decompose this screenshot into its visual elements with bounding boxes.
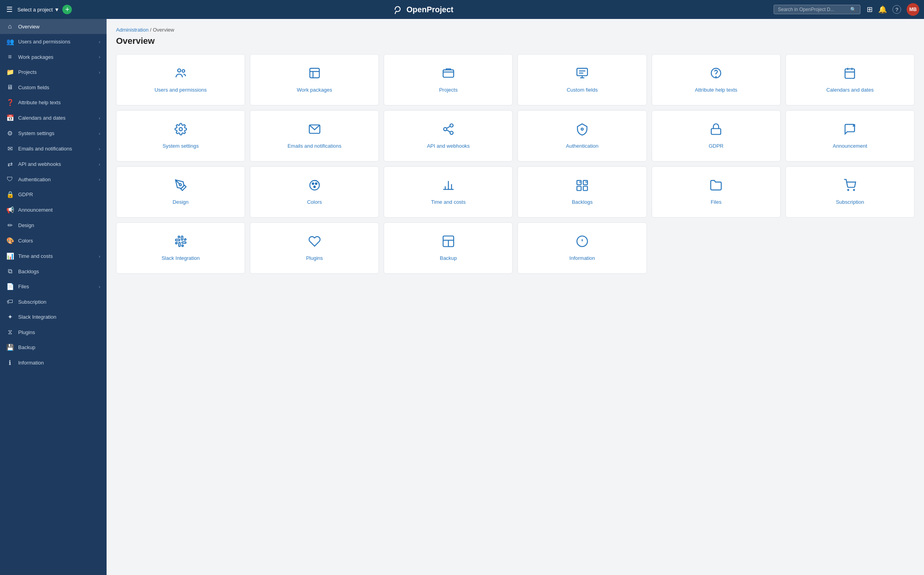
card-files[interactable]: Files xyxy=(652,166,781,218)
bell-icon[interactable]: 🔔 xyxy=(878,5,887,14)
sidebar-item-information[interactable]: ℹ Information xyxy=(0,355,107,370)
sidebar-item-plugins[interactable]: ⧖ Plugins xyxy=(0,325,107,340)
sidebar-item-attribute-help[interactable]: ❓ Attribute help texts xyxy=(0,95,107,110)
sidebar-item-calendars[interactable]: 📅 Calendars and dates › xyxy=(0,110,107,126)
card-label: Information xyxy=(570,255,595,261)
search-bar[interactable]: 🔍 xyxy=(774,5,860,14)
card-system-settings[interactable]: System settings xyxy=(116,110,245,162)
card-gdpr[interactable]: GDPR xyxy=(652,110,781,162)
card-slack-integration[interactable]: Slack Integration xyxy=(116,222,245,274)
arrow-icon: › xyxy=(99,116,100,120)
card-label: System settings xyxy=(163,143,199,149)
sidebar-item-files[interactable]: 📄 Files › xyxy=(0,279,107,294)
card-label: Backup xyxy=(440,255,457,261)
card-label: Colors xyxy=(307,199,322,205)
card-information[interactable]: Information xyxy=(517,222,647,274)
slack-icon: ✦ xyxy=(6,313,13,321)
calendars-icon xyxy=(843,67,856,82)
svg-rect-39 xyxy=(577,186,581,191)
svg-point-18 xyxy=(179,128,182,131)
add-project-button[interactable]: + xyxy=(62,5,72,14)
sidebar-item-subscription[interactable]: 🏷 Subscription xyxy=(0,294,107,309)
card-label: Authentication xyxy=(566,143,598,149)
gdpr-icon xyxy=(710,123,722,138)
breadcrumb-admin[interactable]: Administration xyxy=(116,27,148,33)
card-plugins[interactable]: Plugins xyxy=(250,222,379,274)
card-backlogs[interactable]: Backlogs xyxy=(517,166,647,218)
main-content: Administration / Overview Overview Users… xyxy=(107,19,924,575)
slack-icon xyxy=(174,235,187,250)
card-colors[interactable]: Colors xyxy=(250,166,379,218)
arrow-icon: › xyxy=(99,70,100,75)
card-subscription[interactable]: Subscription xyxy=(785,166,915,218)
sidebar-item-backup[interactable]: 💾 Backup xyxy=(0,340,107,355)
sidebar-item-users-permissions[interactable]: 👥 Users and permissions › xyxy=(0,34,107,49)
card-label: Calendars and dates xyxy=(826,87,873,93)
card-custom-fields[interactable]: Custom fields xyxy=(517,54,647,105)
svg-rect-37 xyxy=(577,180,581,185)
backup-icon xyxy=(442,235,455,250)
sidebar: ⌂ Overview 👥 Users and permissions › ≡ W… xyxy=(0,19,107,575)
breadcrumb: Administration / Overview xyxy=(116,27,915,33)
sidebar-item-system-settings[interactable]: ⚙ System settings › xyxy=(0,126,107,141)
sidebar-item-overview[interactable]: ⌂ Overview xyxy=(0,19,107,34)
sidebar-item-authentication[interactable]: 🛡 Authentication › xyxy=(0,172,107,187)
svg-rect-38 xyxy=(583,180,588,185)
card-backup[interactable]: Backup xyxy=(384,222,513,274)
sidebar-item-time-costs[interactable]: 📊 Time and costs › xyxy=(0,248,107,264)
shield-icon: 🛡 xyxy=(6,176,13,183)
project-selector[interactable]: Select a project ▼ xyxy=(17,7,59,13)
logo-icon xyxy=(392,4,403,15)
card-label: GDPR xyxy=(708,143,723,149)
authentication-icon xyxy=(576,123,589,138)
search-input[interactable] xyxy=(778,7,848,12)
list-icon: ≡ xyxy=(6,53,13,60)
arrow-icon: › xyxy=(99,284,100,289)
search-icon: 🔍 xyxy=(850,7,856,12)
svg-point-13 xyxy=(716,77,716,77)
backlogs-icon xyxy=(576,179,589,194)
svg-point-0 xyxy=(178,69,181,72)
sidebar-item-colors[interactable]: 🎨 Colors xyxy=(0,233,107,248)
card-authentication[interactable]: Authentication xyxy=(517,110,647,162)
user-avatar[interactable]: MB xyxy=(907,3,919,16)
card-calendars[interactable]: Calendars and dates xyxy=(785,54,915,105)
card-api-webhooks[interactable]: API and webhooks xyxy=(384,110,513,162)
card-design[interactable]: Design xyxy=(116,166,245,218)
grid-icon[interactable]: ⊞ xyxy=(867,5,873,14)
sidebar-item-projects[interactable]: 📁 Projects › xyxy=(0,64,107,80)
sidebar-item-api[interactable]: ⇄ API and webhooks › xyxy=(0,156,107,172)
card-label: Users and permissions xyxy=(154,87,206,93)
svg-rect-5 xyxy=(443,70,454,77)
sidebar-item-slack[interactable]: ✦ Slack Integration xyxy=(0,309,107,325)
card-users-permissions[interactable]: Users and permissions xyxy=(116,54,245,105)
sidebar-item-design[interactable]: ✏ Design xyxy=(0,218,107,233)
card-label: Slack Integration xyxy=(161,255,200,261)
card-emails-notifications[interactable]: Emails and notifications xyxy=(250,110,379,162)
sidebar-item-custom-fields[interactable]: 🖥 Custom fields xyxy=(0,80,107,95)
card-label: Design xyxy=(172,199,188,205)
card-label: Projects xyxy=(439,87,457,93)
svg-point-25 xyxy=(581,128,583,130)
help-icon[interactable]: ? xyxy=(892,5,901,14)
card-label: API and webhooks xyxy=(427,143,470,149)
sidebar-item-announcement[interactable]: 📢 Announcement xyxy=(0,202,107,218)
files-icon: 📄 xyxy=(6,283,13,290)
card-label: Attribute help texts xyxy=(695,87,737,93)
sidebar-item-gdpr[interactable]: 🔒 GDPR xyxy=(0,187,107,202)
users-icon: 👥 xyxy=(6,38,13,45)
chart-icon: 📊 xyxy=(6,252,13,260)
sidebar-item-emails[interactable]: ✉ Emails and notifications › xyxy=(0,141,107,156)
colors-icon xyxy=(308,179,321,194)
sidebar-item-backlogs[interactable]: ⧉ Backlogs xyxy=(0,264,107,279)
sidebar-item-work-packages[interactable]: ≡ Work packages › xyxy=(0,49,107,64)
card-attribute-help[interactable]: Attribute help texts xyxy=(652,54,781,105)
hamburger-menu[interactable]: ☰ xyxy=(5,4,14,15)
card-time-costs[interactable]: Time and costs xyxy=(384,166,513,218)
svg-point-44 xyxy=(854,190,855,191)
backup-icon: 💾 xyxy=(6,344,13,351)
card-work-packages[interactable]: Work packages xyxy=(250,54,379,105)
card-projects[interactable]: Projects xyxy=(384,54,513,105)
card-announcement[interactable]: Announcement xyxy=(785,110,915,162)
svg-line-24 xyxy=(446,126,450,128)
